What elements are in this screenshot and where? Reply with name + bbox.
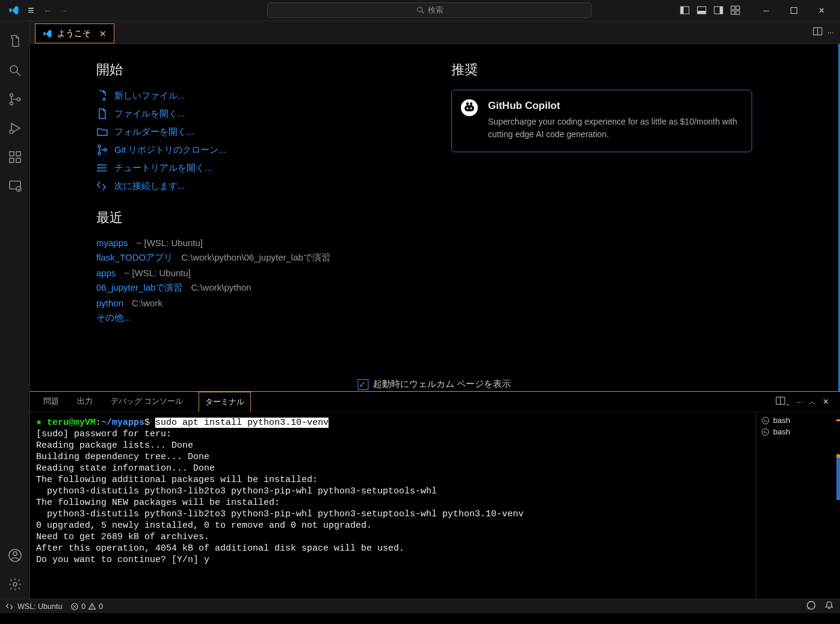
svg-line-14: [17, 72, 20, 76]
recent-link[interactable]: flask_TODOアプリ: [96, 252, 173, 262]
search-icon: [416, 6, 425, 14]
svg-point-18: [10, 130, 13, 134]
copilot-title: GitHub Copilot: [488, 100, 742, 112]
menu-icon[interactable]: ≡: [28, 4, 34, 17]
extensions-icon[interactable]: [1, 143, 29, 171]
recent-path: ~ [WSL: Ubuntu]: [125, 268, 191, 278]
problems-indicator[interactable]: 0 0: [70, 602, 103, 611]
tab-welcome[interactable]: ようこそ ✕: [35, 23, 114, 43]
svg-rect-3: [681, 7, 684, 14]
recent-link[interactable]: myapps: [96, 238, 128, 248]
terminal-list: bash bash: [756, 412, 840, 599]
svg-point-0: [418, 7, 422, 12]
svg-rect-19: [10, 152, 14, 156]
search-placeholder: 検索: [428, 5, 443, 16]
split-editor-icon[interactable]: [813, 26, 823, 38]
editor-tab-row: ようこそ ✕ ···: [30, 21, 840, 44]
search-activity-icon[interactable]: [1, 56, 29, 85]
recent-path: C:\work\python: [191, 282, 251, 292]
svg-rect-43: [466, 102, 469, 105]
recent-heading: 最近: [96, 209, 451, 227]
svg-rect-40: [465, 105, 474, 111]
tab-title: ようこそ: [57, 28, 91, 39]
panel-tab-2[interactable]: デバッグ コンソール: [108, 392, 185, 412]
start-item-1[interactable]: ファイルを開く...: [96, 108, 451, 120]
window-maximize-button[interactable]: [780, 0, 808, 21]
start-item-5[interactable]: 次に接続します...: [96, 180, 451, 192]
panel-tab-0[interactable]: 問題: [41, 392, 61, 412]
recent-item: apps~ [WSL: Ubuntu]: [96, 268, 451, 278]
svg-point-38: [98, 171, 99, 171]
vscode-tab-icon: [43, 29, 52, 39]
window-minimize-button[interactable]: ─: [752, 0, 780, 21]
start-heading: 開始: [96, 61, 451, 79]
copilot-desc: Supercharge your coding experience for a…: [488, 116, 742, 141]
accounts-icon[interactable]: [1, 541, 29, 570]
feedback-icon[interactable]: [806, 601, 816, 612]
svg-point-37: [98, 168, 99, 168]
recent-more-link[interactable]: その他...: [96, 312, 131, 323]
svg-point-31: [98, 152, 100, 155]
recent-path: C:\work: [132, 298, 162, 308]
svg-rect-22: [16, 152, 20, 156]
explorer-icon[interactable]: [1, 27, 29, 56]
panel-tabs: 問題出力デバッグ コンソールターミナル ⌄ ··· ︿ ✕: [30, 392, 840, 412]
recent-link[interactable]: apps: [96, 268, 116, 278]
svg-point-36: [98, 165, 99, 165]
svg-rect-5: [697, 11, 706, 14]
recent-item: 06_jupyter_labで演習C:\work\python: [96, 282, 451, 294]
panel-close-icon[interactable]: ✕: [823, 397, 829, 406]
show-welcome-checkbox[interactable]: ✓ 起動時にウェルカム ページを表示: [357, 378, 511, 390]
recent-item: flask_TODOアプリC:\work\python\06_jupyter_l…: [96, 252, 451, 264]
remote-explorer-icon[interactable]: [1, 171, 29, 200]
start-item-3[interactable]: Git リポジトリのクローン...: [96, 144, 451, 156]
layout-panel-icon[interactable]: [696, 4, 708, 16]
search-input[interactable]: 検索: [267, 2, 592, 18]
recent-link[interactable]: python: [96, 298, 123, 308]
recent-path: C:\work\python\06_jupyter_labで演習: [181, 252, 330, 262]
source-control-icon[interactable]: [1, 85, 29, 114]
terminal-split-icon[interactable]: ⌄: [776, 396, 790, 407]
settings-gear-icon[interactable]: [1, 570, 29, 599]
copilot-card[interactable]: GitHub Copilot Supercharge your coding e…: [451, 90, 752, 152]
more-actions-icon[interactable]: ···: [827, 28, 834, 37]
nav-forward-icon[interactable]: →: [60, 6, 68, 15]
svg-point-15: [10, 94, 13, 97]
recent-path: ~ [WSL: Ubuntu]: [137, 238, 203, 248]
terminal-shell-item[interactable]: bash: [761, 416, 835, 425]
run-debug-icon[interactable]: [1, 114, 29, 143]
svg-rect-8: [731, 6, 735, 10]
svg-point-13: [10, 66, 17, 73]
status-bar: WSL: Ubuntu 0 0: [0, 599, 840, 613]
svg-rect-44: [470, 102, 472, 105]
tab-close-icon[interactable]: ✕: [99, 29, 107, 39]
copilot-icon: [460, 99, 478, 117]
customize-layout-icon[interactable]: [729, 4, 741, 16]
nav-back-icon[interactable]: ←: [44, 6, 52, 15]
svg-line-1: [422, 11, 424, 14]
start-item-0[interactable]: 新しいファイル...: [96, 90, 451, 102]
panel-more-icon[interactable]: ···: [796, 397, 803, 406]
activity-bar: [0, 21, 30, 599]
svg-point-32: [104, 149, 107, 151]
start-item-4[interactable]: チュートリアルを開く...: [96, 162, 451, 174]
start-item-2[interactable]: フォルダーを開く...: [96, 126, 451, 138]
svg-point-42: [470, 107, 472, 109]
svg-point-30: [98, 145, 100, 147]
svg-point-27: [13, 582, 17, 586]
layout-sidebar-right-icon[interactable]: [712, 4, 724, 16]
svg-rect-7: [720, 7, 723, 14]
layout-sidebar-left-icon[interactable]: [679, 4, 691, 16]
panel-tab-1[interactable]: 出力: [75, 392, 95, 412]
terminal-shell-item[interactable]: bash: [761, 427, 835, 436]
panel-tab-3[interactable]: ターミナル: [199, 392, 251, 412]
svg-rect-12: [791, 7, 797, 13]
panel-maximize-icon[interactable]: ︿: [809, 397, 817, 407]
terminal-output[interactable]: ● teru@myVM:~/myapps$ sudo apt install p…: [30, 412, 756, 599]
recent-link[interactable]: 06_jupyter_labで演習: [96, 282, 182, 292]
remote-indicator[interactable]: WSL: Ubuntu: [6, 602, 62, 611]
notifications-icon[interactable]: [824, 601, 834, 612]
svg-point-41: [466, 107, 468, 109]
recent-item: pythonC:\work: [96, 298, 451, 308]
window-close-button[interactable]: ✕: [808, 0, 835, 21]
